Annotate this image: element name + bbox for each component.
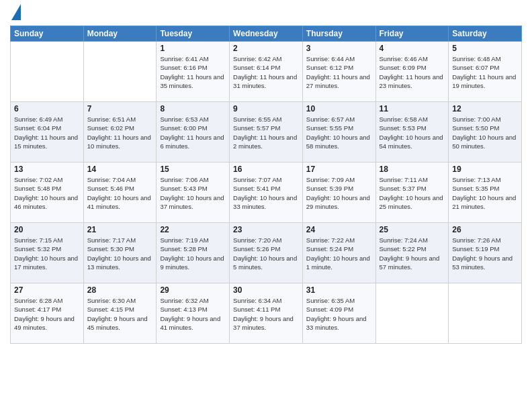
calendar-cell: 18Sunrise: 7:11 AM Sunset: 5:37 PM Dayli… <box>375 163 449 223</box>
day-info: Sunrise: 6:49 AM Sunset: 6:04 PM Dayligh… <box>14 115 80 150</box>
day-info: Sunrise: 6:46 AM Sunset: 6:09 PM Dayligh… <box>380 54 445 90</box>
day-of-week-header: Friday <box>375 26 449 42</box>
calendar-cell: 10Sunrise: 6:57 AM Sunset: 5:55 PM Dayli… <box>302 102 375 163</box>
day-info: Sunrise: 6:58 AM Sunset: 5:53 PM Dayligh… <box>380 115 445 150</box>
logo <box>10 7 21 20</box>
calendar-cell <box>449 283 522 344</box>
day-number: 14 <box>87 165 153 174</box>
calendar-cell: 5Sunrise: 6:48 AM Sunset: 6:07 PM Daylig… <box>449 42 522 102</box>
day-number: 10 <box>306 104 372 113</box>
day-number: 7 <box>87 104 153 113</box>
day-info: Sunrise: 7:13 AM Sunset: 5:35 PM Dayligh… <box>452 175 518 211</box>
calendar-cell: 17Sunrise: 7:09 AM Sunset: 5:39 PM Dayli… <box>302 163 375 223</box>
calendar-cell: 12Sunrise: 7:00 AM Sunset: 5:50 PM Dayli… <box>449 102 522 163</box>
day-info: Sunrise: 6:32 AM Sunset: 4:13 PM Dayligh… <box>160 296 226 332</box>
day-number: 5 <box>452 44 518 53</box>
day-info: Sunrise: 7:24 AM Sunset: 5:22 PM Dayligh… <box>380 236 445 271</box>
calendar-cell: 2Sunrise: 6:42 AM Sunset: 6:14 PM Daylig… <box>230 42 303 102</box>
calendar-cell: 15Sunrise: 7:06 AM Sunset: 5:43 PM Dayli… <box>157 163 230 223</box>
calendar-cell: 25Sunrise: 7:24 AM Sunset: 5:22 PM Dayli… <box>375 223 449 283</box>
day-info: Sunrise: 7:19 AM Sunset: 5:28 PM Dayligh… <box>160 236 226 271</box>
calendar-cell: 23Sunrise: 7:20 AM Sunset: 5:26 PM Dayli… <box>230 223 303 283</box>
calendar-cell: 3Sunrise: 6:44 AM Sunset: 6:12 PM Daylig… <box>302 42 375 102</box>
day-number: 31 <box>306 285 372 295</box>
day-info: Sunrise: 6:35 AM Sunset: 4:09 PM Dayligh… <box>306 296 372 332</box>
page: SundayMondayTuesdayWednesdayThursdayFrid… <box>0 0 532 411</box>
logo-triangle-icon <box>11 4 21 20</box>
day-number: 29 <box>160 285 226 295</box>
calendar-cell: 14Sunrise: 7:04 AM Sunset: 5:46 PM Dayli… <box>83 163 157 223</box>
day-number: 13 <box>14 165 80 174</box>
header <box>10 7 522 20</box>
calendar-cell: 16Sunrise: 7:07 AM Sunset: 5:41 PM Dayli… <box>230 163 303 223</box>
calendar-cell: 31Sunrise: 6:35 AM Sunset: 4:09 PM Dayli… <box>302 283 375 344</box>
day-info: Sunrise: 6:44 AM Sunset: 6:12 PM Dayligh… <box>306 54 372 90</box>
day-number: 18 <box>380 165 445 174</box>
day-of-week-header: Wednesday <box>230 26 303 42</box>
calendar-cell: 27Sunrise: 6:28 AM Sunset: 4:17 PM Dayli… <box>11 283 84 344</box>
day-of-week-header: Sunday <box>11 26 84 42</box>
calendar-cell: 20Sunrise: 7:15 AM Sunset: 5:32 PM Dayli… <box>11 223 84 283</box>
calendar-cell <box>83 42 157 102</box>
day-of-week-header: Tuesday <box>157 26 230 42</box>
day-number: 25 <box>380 225 445 234</box>
day-number: 20 <box>14 225 80 234</box>
day-info: Sunrise: 7:17 AM Sunset: 5:30 PM Dayligh… <box>87 236 153 271</box>
calendar-week-row: 6Sunrise: 6:49 AM Sunset: 6:04 PM Daylig… <box>11 102 522 163</box>
day-number: 24 <box>306 225 372 234</box>
day-of-week-header: Saturday <box>449 26 522 42</box>
day-number: 12 <box>452 104 518 113</box>
day-info: Sunrise: 6:30 AM Sunset: 4:15 PM Dayligh… <box>87 296 153 332</box>
day-number: 11 <box>380 104 445 113</box>
day-info: Sunrise: 6:48 AM Sunset: 6:07 PM Dayligh… <box>452 54 518 90</box>
calendar-body: 1Sunrise: 6:41 AM Sunset: 6:16 PM Daylig… <box>11 42 522 344</box>
calendar-cell: 30Sunrise: 6:34 AM Sunset: 4:11 PM Dayli… <box>230 283 303 344</box>
day-number: 9 <box>233 104 299 113</box>
day-info: Sunrise: 7:26 AM Sunset: 5:19 PM Dayligh… <box>452 236 518 271</box>
day-info: Sunrise: 7:15 AM Sunset: 5:32 PM Dayligh… <box>14 236 80 271</box>
day-info: Sunrise: 6:53 AM Sunset: 6:00 PM Dayligh… <box>160 115 226 150</box>
day-info: Sunrise: 6:55 AM Sunset: 5:57 PM Dayligh… <box>233 115 299 150</box>
day-info: Sunrise: 6:34 AM Sunset: 4:11 PM Dayligh… <box>233 296 299 332</box>
calendar-cell: 8Sunrise: 6:53 AM Sunset: 6:00 PM Daylig… <box>157 102 230 163</box>
day-info: Sunrise: 7:06 AM Sunset: 5:43 PM Dayligh… <box>160 175 226 211</box>
calendar-cell: 4Sunrise: 6:46 AM Sunset: 6:09 PM Daylig… <box>375 42 449 102</box>
calendar: SundayMondayTuesdayWednesdayThursdayFrid… <box>10 26 522 344</box>
header-row: SundayMondayTuesdayWednesdayThursdayFrid… <box>11 26 522 42</box>
day-number: 16 <box>233 165 299 174</box>
day-number: 21 <box>87 225 153 234</box>
calendar-header: SundayMondayTuesdayWednesdayThursdayFrid… <box>11 26 522 42</box>
day-info: Sunrise: 7:07 AM Sunset: 5:41 PM Dayligh… <box>233 175 299 211</box>
day-number: 1 <box>160 44 226 53</box>
day-number: 22 <box>160 225 226 234</box>
day-number: 19 <box>452 165 518 174</box>
day-number: 17 <box>306 165 372 174</box>
calendar-cell: 6Sunrise: 6:49 AM Sunset: 6:04 PM Daylig… <box>11 102 84 163</box>
day-number: 15 <box>160 165 226 174</box>
calendar-cell: 29Sunrise: 6:32 AM Sunset: 4:13 PM Dayli… <box>157 283 230 344</box>
day-info: Sunrise: 6:57 AM Sunset: 5:55 PM Dayligh… <box>306 115 372 150</box>
day-of-week-header: Thursday <box>302 26 375 42</box>
day-info: Sunrise: 7:00 AM Sunset: 5:50 PM Dayligh… <box>452 115 518 150</box>
day-info: Sunrise: 6:41 AM Sunset: 6:16 PM Dayligh… <box>160 54 226 90</box>
day-number: 4 <box>380 44 445 53</box>
calendar-cell: 22Sunrise: 7:19 AM Sunset: 5:28 PM Dayli… <box>157 223 230 283</box>
calendar-cell: 11Sunrise: 6:58 AM Sunset: 5:53 PM Dayli… <box>375 102 449 163</box>
day-number: 26 <box>452 225 518 234</box>
calendar-cell: 28Sunrise: 6:30 AM Sunset: 4:15 PM Dayli… <box>83 283 157 344</box>
day-info: Sunrise: 7:09 AM Sunset: 5:39 PM Dayligh… <box>306 175 372 211</box>
calendar-cell: 1Sunrise: 6:41 AM Sunset: 6:16 PM Daylig… <box>157 42 230 102</box>
day-info: Sunrise: 6:42 AM Sunset: 6:14 PM Dayligh… <box>233 54 299 90</box>
day-of-week-header: Monday <box>83 26 157 42</box>
calendar-week-row: 1Sunrise: 6:41 AM Sunset: 6:16 PM Daylig… <box>11 42 522 102</box>
day-number: 3 <box>306 44 372 53</box>
day-number: 27 <box>14 285 80 295</box>
calendar-week-row: 27Sunrise: 6:28 AM Sunset: 4:17 PM Dayli… <box>11 283 522 344</box>
calendar-cell: 19Sunrise: 7:13 AM Sunset: 5:35 PM Dayli… <box>449 163 522 223</box>
day-number: 30 <box>233 285 299 295</box>
day-info: Sunrise: 7:20 AM Sunset: 5:26 PM Dayligh… <box>233 236 299 271</box>
calendar-cell: 13Sunrise: 7:02 AM Sunset: 5:48 PM Dayli… <box>11 163 84 223</box>
day-info: Sunrise: 7:04 AM Sunset: 5:46 PM Dayligh… <box>87 175 153 211</box>
calendar-cell: 7Sunrise: 6:51 AM Sunset: 6:02 PM Daylig… <box>83 102 157 163</box>
calendar-cell: 26Sunrise: 7:26 AM Sunset: 5:19 PM Dayli… <box>449 223 522 283</box>
